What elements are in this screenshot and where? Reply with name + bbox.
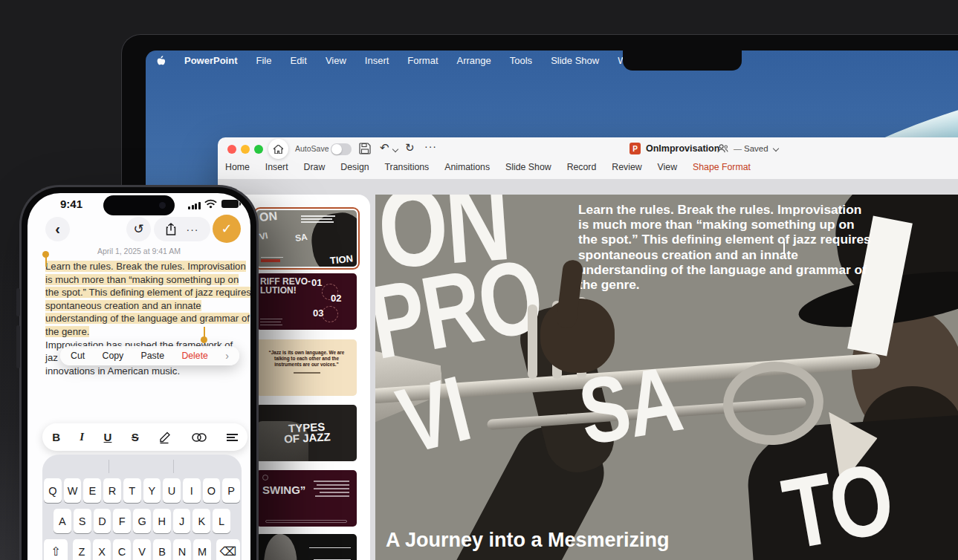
- slide-thumbnail-2[interactable]: RIFF REVO- LUTION! 01 02 03: [256, 273, 357, 330]
- shift-key[interactable]: ⇧: [44, 539, 68, 560]
- redo-icon[interactable]: ↻: [405, 141, 415, 154]
- key-y[interactable]: Y: [143, 478, 161, 503]
- undo-dropdown-chevron-icon[interactable]: [392, 146, 398, 152]
- tab-view[interactable]: View: [658, 162, 677, 172]
- tab-review[interactable]: Review: [612, 162, 641, 172]
- selection-start-stem[interactable]: [45, 257, 47, 267]
- slide-footer-text[interactable]: A Journey into a Mesmerizing: [386, 529, 670, 552]
- tab-animations[interactable]: Animations: [444, 162, 490, 172]
- autosave-toggle[interactable]: [331, 143, 352, 155]
- apple-menu-icon[interactable]: [156, 55, 166, 66]
- tab-record[interactable]: Record: [567, 162, 597, 172]
- context-cut[interactable]: Cut: [71, 351, 85, 361]
- strikethrough-button[interactable]: S: [132, 431, 139, 443]
- volume-down-button[interactable]: [16, 325, 20, 368]
- key-w[interactable]: W: [64, 478, 82, 503]
- menu-item-format[interactable]: Format: [407, 55, 438, 66]
- slide-thumbnail-1-selected[interactable]: ON VI SA TION: [256, 210, 357, 267]
- key-r[interactable]: R: [103, 478, 121, 503]
- key-k[interactable]: K: [192, 509, 210, 533]
- tab-transitions[interactable]: Transitions: [385, 162, 430, 172]
- save-icon[interactable]: [359, 143, 371, 154]
- context-copy[interactable]: Copy: [103, 351, 124, 361]
- done-check-button[interactable]: ✓: [213, 215, 241, 243]
- highlighter-pen-icon[interactable]: [158, 430, 172, 444]
- key-e[interactable]: E: [83, 478, 101, 503]
- more-options-icon[interactable]: ···: [187, 224, 199, 235]
- italic-button[interactable]: I: [80, 431, 84, 443]
- underline-button[interactable]: U: [104, 431, 112, 443]
- key-q[interactable]: Q: [44, 478, 62, 503]
- key-l[interactable]: L: [213, 509, 230, 533]
- slide-thumbnail-5[interactable]: SWING”: [256, 470, 357, 527]
- menu-item-arrange[interactable]: Arrange: [457, 55, 491, 66]
- key-n[interactable]: N: [173, 539, 191, 560]
- share-icon[interactable]: [166, 223, 176, 235]
- context-delete[interactable]: Delete: [181, 351, 208, 361]
- predictive-bar[interactable]: [44, 455, 240, 478]
- selected-text[interactable]: Learn the rules. Break the rules. Improv…: [45, 261, 250, 337]
- key-u[interactable]: U: [163, 478, 181, 503]
- bold-button[interactable]: B: [52, 431, 60, 443]
- key-o[interactable]: O: [203, 478, 221, 503]
- key-a[interactable]: A: [54, 509, 71, 533]
- key-i[interactable]: I: [183, 478, 201, 503]
- saved-status: Saved: [744, 144, 768, 153]
- key-f[interactable]: F: [113, 509, 131, 533]
- menu-item-edit[interactable]: Edit: [290, 55, 306, 66]
- context-more-chevron-icon[interactable]: ›: [225, 350, 229, 362]
- share-people-icon[interactable]: [717, 143, 728, 154]
- key-p[interactable]: P: [222, 478, 240, 503]
- tab-shape-format[interactable]: Shape Format: [693, 162, 751, 172]
- key-t[interactable]: T: [123, 478, 141, 503]
- close-window-button[interactable]: [227, 145, 236, 154]
- volume-up-button[interactable]: [16, 288, 20, 316]
- key-d[interactable]: D: [94, 509, 111, 533]
- note-line[interactable]: innovations in American music.: [45, 365, 250, 378]
- key-m[interactable]: M: [193, 539, 211, 560]
- more-toolbar-icon[interactable]: ···: [424, 140, 437, 152]
- slide-body-text[interactable]: Learn the rules. Break the rules. Improv…: [578, 202, 876, 292]
- tab-slideshow[interactable]: Slide Show: [505, 162, 551, 172]
- key-g[interactable]: G: [133, 509, 151, 533]
- slide-letter-to: TO: [778, 457, 898, 556]
- undo-icon[interactable]: ↶: [380, 141, 389, 154]
- menu-item-view[interactable]: View: [326, 55, 346, 66]
- tab-design[interactable]: Design: [340, 162, 369, 172]
- key-z[interactable]: Z: [73, 539, 91, 560]
- context-paste[interactable]: Paste: [141, 351, 164, 361]
- link-icon[interactable]: [192, 433, 207, 442]
- slide-canvas[interactable]: ON PRO VI SA TO Learn the rules. Break t…: [375, 195, 958, 560]
- tab-home[interactable]: Home: [225, 162, 250, 172]
- undo-button[interactable]: ↺: [126, 217, 151, 241]
- menu-item-tools[interactable]: Tools: [510, 55, 532, 66]
- tab-insert[interactable]: Insert: [265, 162, 288, 172]
- key-s[interactable]: S: [74, 509, 91, 533]
- back-button[interactable]: ‹: [45, 217, 70, 241]
- saved-dropdown-chevron-icon[interactable]: [773, 146, 779, 152]
- menu-item-insert[interactable]: Insert: [365, 55, 389, 66]
- menu-item-slideshow[interactable]: Slide Show: [551, 55, 599, 66]
- backspace-key[interactable]: ⌫: [216, 539, 240, 560]
- key-v[interactable]: V: [133, 539, 151, 560]
- menu-item-powerpoint[interactable]: PowerPoint: [184, 55, 238, 66]
- back-chevron-icon: ‹: [55, 221, 60, 238]
- slide-thumbnail-3[interactable]: “Jazz is its own language. We are talkin…: [256, 339, 357, 396]
- slide-thumbnail-6[interactable]: [256, 534, 357, 560]
- home-icon: [274, 145, 283, 154]
- tab-draw[interactable]: Draw: [304, 162, 326, 172]
- slide-thumbnail-4[interactable]: TYPES OF JAZZ: [256, 405, 357, 461]
- document-title[interactable]: OnImprovisation: [646, 143, 719, 154]
- key-x[interactable]: X: [93, 539, 111, 560]
- home-button[interactable]: [268, 139, 288, 159]
- key-j[interactable]: J: [173, 509, 191, 533]
- menu-item-file[interactable]: File: [256, 55, 272, 66]
- key-b[interactable]: B: [153, 539, 171, 560]
- minimize-window-button[interactable]: [241, 145, 250, 154]
- key-h[interactable]: H: [153, 509, 171, 533]
- text-align-lines-icon[interactable]: [227, 432, 238, 443]
- key-c[interactable]: C: [113, 539, 131, 560]
- selection-end-stem[interactable]: [204, 327, 205, 337]
- selection-end-handle[interactable]: [201, 336, 207, 343]
- zoom-window-button[interactable]: [254, 145, 263, 154]
